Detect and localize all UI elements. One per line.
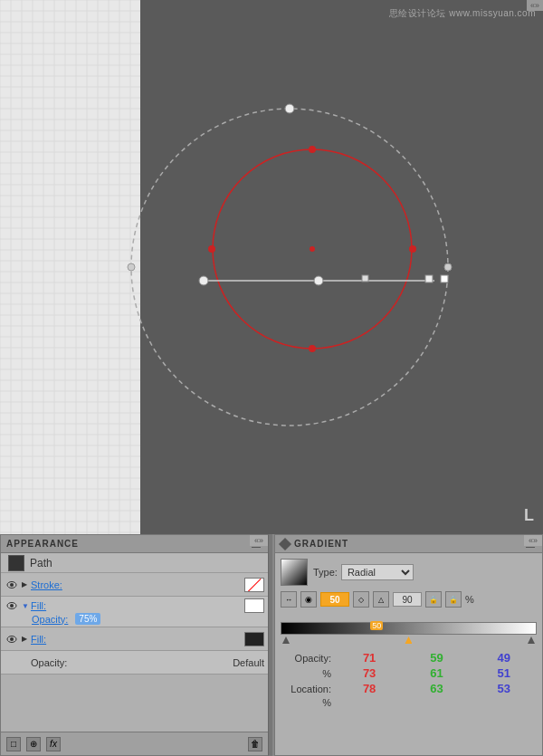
grad-opacity-r1: 71 [337,651,402,665]
gradient-lock-btn[interactable]: 🔒 [425,591,442,608]
gradient-stop-start[interactable] [282,636,290,644]
gradient-diamond-icon [279,537,291,550]
fill-plain-row: ▶ Fill: [1,627,268,651]
gradient-value1-input[interactable] [320,592,349,607]
gradient-value2-input[interactable] [393,592,422,607]
svg-point-8 [285,104,294,113]
gradient-bar[interactable]: 50 [281,622,537,635]
appearance-collapse-btn[interactable]: «» [250,535,268,546]
slider-marker-50: 50 [370,621,383,630]
l-shape: L [524,506,534,525]
stroke-swatch[interactable] [244,578,264,592]
svg-point-0 [131,109,448,426]
gradient-angle-btn[interactable]: ◉ [300,591,317,608]
svg-point-13 [128,263,135,271]
fill1-visibility-eye[interactable] [5,598,19,613]
svg-rect-15 [362,275,368,282]
canvas-area: 思绘设计论坛 www.missyuan.com L «» [0,0,543,534]
svg-point-2 [310,246,315,252]
gradient-header: GRADIENT [275,535,542,553]
gradient-type-select[interactable]: Radial Linear [341,564,414,580]
grad-location-g3: 63 [404,682,469,695]
stroke-row: ▶ Stroke: [1,573,268,597]
svg-point-9 [309,146,316,153]
delete-btn[interactable]: 🗑 [248,737,262,751]
path-label: Path [30,557,52,569]
duplicate-btn[interactable]: ⊕ [26,737,41,751]
opacity-value: Default [233,657,264,668]
svg-point-19 [10,604,14,608]
gradient-type-section: Type: Radial Linear [313,564,537,580]
grad-percent-b2: 51 [472,666,537,680]
percent-label-grad: % [281,668,335,679]
gradient-title: GRADIENT [294,539,348,549]
svg-rect-7 [441,275,448,282]
grad-percent-g2: 61 [404,666,469,680]
gradient-collapse-btn[interactable]: «» [524,535,542,546]
svg-point-21 [10,637,14,641]
gradient-panel: «» GRADIENT Type: Radial Linear ↔ ◉ [274,534,543,756]
svg-point-5 [314,276,323,285]
appearance-title: APPEARANCE [6,539,79,549]
gradient-lock-btn2[interactable]: 🔒 [445,591,462,608]
path-color-swatch [8,555,24,571]
opacity1-label[interactable]: Opacity: [32,614,68,625]
svg-point-17 [10,583,14,587]
grad-location-b3: 53 [472,682,537,695]
fill2-label[interactable]: Fill: [31,634,244,645]
grad-opacity-g1: 59 [404,651,469,665]
grad-location-r3: 78 [337,682,402,695]
stroke-label[interactable]: Stroke: [31,579,244,590]
fill1-expand-arrow[interactable]: ▼ [22,602,31,610]
gradient-stops-row [281,636,537,644]
svg-point-12 [208,245,215,253]
appearance-panel: «» APPEARANCE Path ▶ Stroke: [0,534,269,756]
gradient-stop-end[interactable] [528,636,535,644]
fill1-label[interactable]: Fill: [31,600,244,611]
grad-opacity-b1: 49 [472,651,537,665]
opacity-label: Opacity: [31,657,233,668]
appearance-header: APPEARANCE [1,535,268,553]
location-label-grad: Location: [281,684,335,694]
gradient-type-label: Type: [313,567,338,578]
appearance-toolbar: □ ⊕ fx 🗑 [1,732,268,755]
svg-point-4 [199,276,208,285]
fill2-swatch[interactable] [244,632,264,646]
panel-separator [269,534,272,756]
new-item-btn[interactable]: □ [6,737,21,751]
panel-collapse-handle[interactable]: «» [527,0,543,11]
opacity-row: Opacity: Default [1,651,268,675]
svg-point-14 [444,263,452,271]
svg-point-11 [309,345,316,352]
fill2-expand-arrow[interactable]: ▶ [22,635,31,643]
grad-percent-r2: 73 [337,666,402,680]
fill-opacity-row: ▼ Fill: Opacity: 75% [1,597,268,627]
fill2-visibility-eye[interactable] [5,632,19,646]
gradient-type-row: Type: Radial Linear [275,553,542,589]
gradient-icon-btn2[interactable]: ◇ [353,591,369,608]
gradient-color-inputs: Opacity: 71 59 49 % 73 61 51 Location: 7… [275,647,542,712]
fill1-swatch[interactable] [244,598,264,613]
opacity-label-grad: Opacity: [281,653,335,664]
shapes-svg [0,0,543,534]
stroke-expand-arrow[interactable]: ▶ [22,580,31,589]
appearance-spacer [1,675,268,693]
gradient-percent-label: % [465,594,474,605]
appearance-path-row: Path [1,553,268,573]
gradient-controls-row: ↔ ◉ ◇ △ 🔒 🔒 % [275,589,542,609]
gradient-icon-btn3[interactable]: △ [373,591,389,608]
percent-label-grad2: % [281,697,335,708]
gradient-slider-area: 50 [275,609,542,647]
svg-rect-6 [425,275,433,282]
opacity1-value-badge: 75% [75,613,100,625]
svg-point-10 [409,245,416,253]
fx-btn[interactable]: fx [46,737,61,751]
bottom-panels: «» APPEARANCE Path ▶ Stroke: [0,534,543,756]
stroke-visibility-eye[interactable] [5,578,19,592]
gradient-reverse-btn[interactable]: ↔ [281,591,297,608]
gradient-swatch[interactable] [281,559,308,586]
gradient-stop-selected[interactable] [405,636,412,644]
